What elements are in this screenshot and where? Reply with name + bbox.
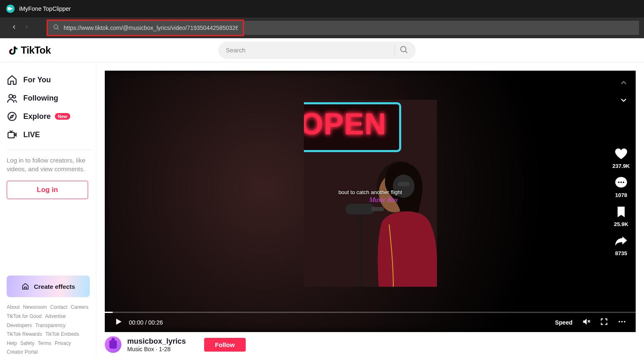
svg-point-2 [7, 9, 9, 10]
url-input[interactable] [64, 25, 238, 31]
svg-point-7 [8, 112, 16, 121]
footer-link[interactable]: Transparency [35, 323, 66, 328]
tiktok-logo[interactable]: TikTok [7, 44, 51, 56]
content-area: OPEN bout to catch another flight Mu [96, 62, 644, 357]
effects-icon [21, 282, 30, 291]
comment-button[interactable]: 1078 [614, 176, 628, 198]
footer-link[interactable]: TikTok Embeds [45, 331, 79, 337]
nav-back-button[interactable] [11, 24, 17, 32]
fullscreen-button[interactable] [600, 318, 608, 327]
app-title: iMyFone TopClipper [19, 5, 71, 12]
like-count: 237.9K [612, 163, 630, 169]
tiktok-wordmark: TikTok [21, 44, 51, 56]
url-bar-row [0, 17, 644, 38]
svg-point-23 [619, 321, 620, 323]
singer-illustration [337, 137, 437, 287]
time-display: 00:00 / 00:26 [129, 319, 163, 326]
url-input-highlight [47, 20, 244, 36]
login-blurb: Log in to follow creators, like videos, … [7, 156, 91, 173]
author-subtitle: Music Box · 1-28 [127, 346, 186, 352]
sidebar-item-following[interactable]: Following [7, 89, 91, 107]
search-button[interactable] [399, 45, 412, 56]
svg-rect-8 [8, 133, 14, 138]
footer-link[interactable]: Newsroom [23, 304, 47, 310]
share-button[interactable]: 8735 [614, 234, 628, 256]
player-controls: 00:00 / 00:26 Speed [105, 313, 636, 332]
sidebar-item-for-you[interactable]: For You [7, 71, 91, 89]
svg-point-20 [623, 181, 624, 183]
live-icon [7, 129, 17, 140]
people-icon [7, 93, 17, 103]
app-logo-icon [6, 4, 15, 13]
url-bar-extension [244, 21, 639, 35]
svg-point-1 [7, 7, 9, 9]
more-button[interactable] [617, 317, 627, 328]
author-row: musicbox_lyrics Music Box · 1-28 Follow [105, 332, 636, 357]
sidebar-item-live[interactable]: LIVE [7, 126, 91, 144]
bookmark-icon [614, 205, 628, 219]
svg-point-18 [618, 181, 620, 183]
like-button[interactable]: 237.9K [612, 147, 630, 169]
video-player[interactable]: OPEN bout to catch another flight Mu [105, 71, 636, 332]
search-input[interactable] [226, 47, 390, 54]
sidebar-item-label: For You [23, 76, 51, 84]
login-button[interactable]: Log in [7, 181, 88, 199]
tiktok-logo-icon [7, 44, 19, 56]
footer-links: AboutNewsroomContactCareers TikTok for G… [7, 303, 91, 357]
tiktok-search-box [218, 42, 416, 59]
footer-link[interactable]: TikTok for Good [7, 313, 42, 319]
neon-text: OPEN [304, 104, 399, 141]
svg-rect-13 [345, 204, 375, 214]
follow-button[interactable]: Follow [204, 338, 246, 352]
save-button[interactable]: 25.9K [614, 205, 629, 227]
create-effects-label: Create effects [34, 283, 75, 290]
footer-link[interactable]: Contact [50, 304, 67, 310]
svg-point-19 [620, 181, 622, 183]
heart-icon [614, 147, 628, 161]
save-count: 25.9K [614, 221, 629, 227]
footer-row: TikTok for GoodAdvertiseDevelopersTransp… [7, 312, 91, 339]
share-icon [614, 234, 628, 248]
footer-link[interactable]: About [7, 304, 20, 310]
tiktok-topbar: TikTok [0, 38, 644, 62]
sidebar: For You Following Explore New LIVE Log i… [0, 62, 96, 357]
next-video-button[interactable] [617, 94, 630, 106]
footer-link[interactable]: Developers [7, 323, 32, 328]
svg-point-4 [401, 46, 406, 52]
sidebar-item-explore[interactable]: Explore New [7, 107, 91, 126]
footer-link[interactable]: Advertise [45, 313, 66, 319]
prev-video-button[interactable] [617, 76, 630, 89]
footer-link[interactable]: Help [7, 340, 17, 346]
app-titlebar: iMyFone TopClipper [0, 0, 644, 17]
footer-link[interactable]: Safety [20, 340, 35, 346]
speed-button[interactable]: Speed [555, 319, 572, 326]
sidebar-item-label: Explore [23, 112, 51, 121]
compass-icon [7, 111, 17, 122]
footer-link[interactable]: Terms [38, 340, 52, 346]
footer-link[interactable]: TikTok Rewards [7, 331, 42, 337]
svg-rect-12 [398, 182, 410, 186]
author-username[interactable]: musicbox_lyrics [127, 337, 186, 346]
sidebar-item-label: LIVE [23, 130, 40, 139]
search-separator [395, 45, 395, 55]
footer-link[interactable]: Creator Portal [7, 349, 38, 355]
author-avatar[interactable] [105, 336, 121, 353]
svg-point-6 [13, 96, 15, 98]
action-rail: 237.9K 1078 25.9K 8735 [612, 147, 630, 256]
nav-forward-button[interactable] [23, 24, 30, 32]
comment-icon [614, 176, 628, 190]
create-effects-button[interactable]: Create effects [7, 276, 90, 297]
new-badge: New [55, 113, 70, 120]
svg-point-3 [54, 25, 58, 29]
footer-link[interactable]: Careers [71, 304, 89, 310]
video-frame: OPEN bout to catch another flight Mu [304, 100, 437, 287]
footer-link[interactable]: Privacy [54, 340, 71, 346]
sidebar-item-label: Following [23, 94, 58, 103]
mute-button[interactable] [582, 317, 591, 328]
svg-point-5 [9, 94, 12, 98]
footer-row: AboutNewsroomContactCareers [7, 303, 91, 312]
url-search-icon [53, 24, 59, 32]
share-count: 8735 [615, 250, 627, 256]
divider [7, 150, 91, 150]
play-button[interactable] [114, 317, 123, 328]
